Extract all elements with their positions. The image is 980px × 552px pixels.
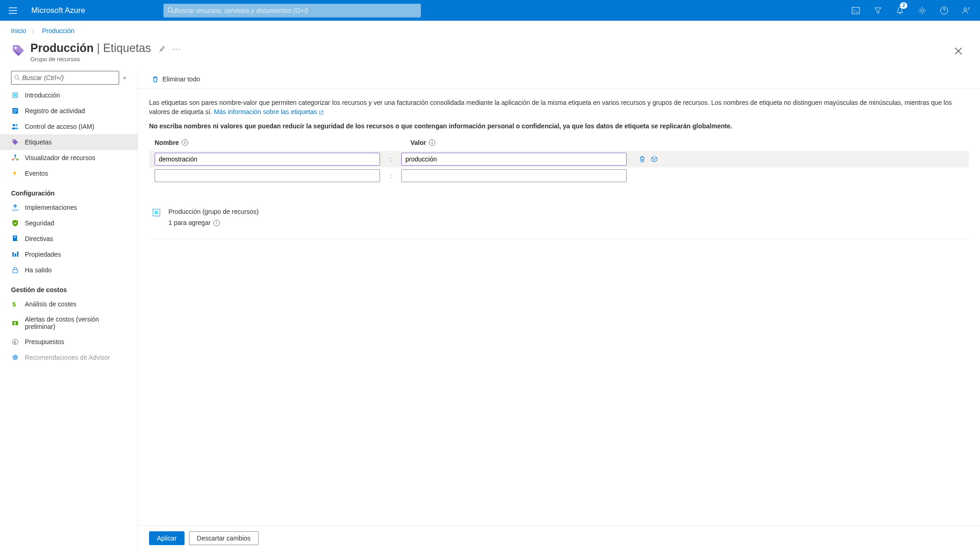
sidebar-item-label: Ha salido	[25, 266, 52, 274]
svg-text:$: $	[12, 301, 16, 308]
cloud-shell-icon	[852, 7, 860, 14]
notifications-button[interactable]: 2	[890, 1, 910, 20]
iam-icon	[11, 122, 19, 131]
cost-alerts-icon: $	[11, 319, 19, 327]
sidebar: « Introducción Registro de actividad Con…	[0, 70, 138, 551]
global-search[interactable]	[163, 4, 421, 17]
sidebar-item-label: Seguridad	[25, 219, 54, 227]
toolbar-label: Eliminar todo	[162, 75, 200, 83]
content-area: « Introducción Registro de actividad Con…	[0, 70, 980, 551]
sidebar-item-seguridad[interactable]: Seguridad	[0, 215, 138, 231]
svg-rect-19	[12, 252, 14, 257]
svg-point-10	[13, 124, 15, 126]
notification-badge: 2	[900, 2, 907, 9]
breadcrumb-current[interactable]: Producción	[42, 27, 74, 34]
info-icon[interactable]: i	[213, 220, 220, 226]
sidebar-item-introduccion[interactable]: Introducción	[0, 87, 138, 103]
sidebar-item-iam[interactable]: Control de acceso (IAM)	[0, 119, 138, 134]
sidebar-item-eventos[interactable]: Eventos	[0, 166, 138, 181]
sidebar-item-registro[interactable]: Registro de actividad	[0, 103, 138, 119]
settings-button[interactable]	[912, 1, 932, 20]
delete-all-button[interactable]: Eliminar todo	[149, 74, 203, 85]
pin-button[interactable]	[158, 45, 166, 52]
help-icon	[940, 6, 948, 15]
apply-button[interactable]: Aplicar	[149, 531, 184, 545]
discard-button[interactable]: Descartar cambios	[189, 531, 259, 545]
page-header-actions: ···	[158, 45, 181, 53]
hamburger-icon	[9, 7, 17, 14]
svg-point-4	[964, 8, 967, 11]
sidebar-item-label: Introducción	[25, 92, 60, 99]
feedback-button[interactable]	[956, 1, 976, 20]
svg-rect-17	[14, 236, 16, 237]
breadcrumb-home[interactable]: Inicio	[11, 27, 26, 34]
more-button[interactable]: ···	[172, 45, 181, 53]
trash-icon	[152, 76, 159, 83]
cube-icon	[651, 155, 658, 163]
resource-group-icon	[152, 208, 161, 217]
sidebar-item-etiquetas[interactable]: Etiquetas	[0, 134, 138, 150]
global-search-input[interactable]	[174, 7, 417, 14]
tag-value-input[interactable]	[401, 169, 627, 182]
sidebar-item-label: Visualizador de recursos	[25, 154, 95, 161]
tag-name-input[interactable]	[155, 169, 380, 182]
cloud-shell-button[interactable]	[846, 1, 866, 20]
hamburger-menu[interactable]	[4, 1, 22, 20]
svg-point-13	[14, 155, 16, 156]
feedback-icon	[962, 6, 970, 15]
sidebar-item-propiedades[interactable]: Propiedades	[0, 247, 138, 262]
resource-subtitle: 1 para agregar i	[168, 218, 259, 227]
main-pane: Eliminar todo Las etiquetas son pares no…	[138, 70, 980, 551]
svg-text:$: $	[14, 321, 16, 326]
info-icon[interactable]: i	[182, 139, 188, 146]
tag-value-input[interactable]	[401, 153, 627, 166]
topbar: Microsoft Azure 2	[0, 0, 980, 21]
svg-text:$: $	[14, 340, 16, 345]
budgets-icon: $	[11, 338, 19, 346]
sidebar-item-alertas-costos[interactable]: $ Alertas de costos (versión preliminar)	[0, 312, 138, 334]
svg-point-28	[12, 355, 18, 360]
sidebar-item-analisis-costes[interactable]: $ Análisis de costes	[0, 296, 138, 312]
tag-row: :	[149, 151, 969, 167]
svg-rect-21	[17, 252, 18, 257]
toolbar: Eliminar todo	[138, 70, 980, 89]
search-icon	[14, 75, 20, 81]
directories-button[interactable]	[868, 1, 888, 20]
close-blade-button[interactable]	[951, 43, 966, 59]
row-actions	[639, 155, 658, 163]
collapse-sidebar-button[interactable]: «	[119, 75, 130, 81]
close-icon	[954, 47, 963, 55]
sidebar-nav[interactable]: Introducción Registro de actividad Contr…	[0, 87, 138, 551]
tag-row-empty: :	[149, 167, 969, 184]
colon-separator: :	[389, 171, 392, 180]
chevron-right-icon: 〉	[32, 29, 37, 34]
sidebar-item-implementaciones[interactable]: Implementaciones	[0, 200, 138, 215]
resource-summary: Producción (grupo de recursos) 1 para ag…	[149, 207, 969, 239]
resource-link-button[interactable]	[651, 155, 658, 163]
learn-more-link[interactable]: Más información sobre las etiquetas	[214, 108, 324, 115]
svg-point-6	[15, 75, 18, 79]
colon-separator: :	[389, 155, 392, 164]
sidebar-item-label: Propiedades	[25, 251, 61, 258]
page-title-block: Producción | Etiquetas Grupo de recursos	[30, 41, 151, 63]
sidebar-item-presupuestos[interactable]: $ Presupuestos	[0, 334, 138, 350]
sidebar-search-input[interactable]	[22, 74, 116, 81]
tag-name-input[interactable]	[155, 153, 380, 166]
page-title: Producción	[30, 41, 94, 54]
info-icon[interactable]: i	[429, 139, 435, 146]
filter-icon	[874, 6, 882, 15]
svg-point-11	[16, 124, 18, 126]
sidebar-item-directivas[interactable]: Directivas	[0, 231, 138, 247]
sidebar-search[interactable]	[11, 71, 119, 85]
sidebar-item-label: Análisis de costes	[25, 300, 76, 308]
sidebar-item-advisor[interactable]: Recomendaciones de Advisor	[0, 350, 138, 365]
delete-tag-button[interactable]	[639, 155, 646, 163]
sidebar-item-visualizador[interactable]: Visualizador de recursos	[0, 150, 138, 166]
brand-label[interactable]: Microsoft Azure	[22, 6, 94, 15]
sidebar-item-ha-salido[interactable]: Ha salido	[0, 262, 138, 278]
warning-text: No escriba nombres ni valores que puedan…	[149, 121, 969, 131]
help-button[interactable]	[934, 1, 954, 20]
svg-point-2	[921, 9, 923, 12]
svg-rect-20	[15, 253, 16, 257]
lock-icon	[11, 266, 19, 274]
